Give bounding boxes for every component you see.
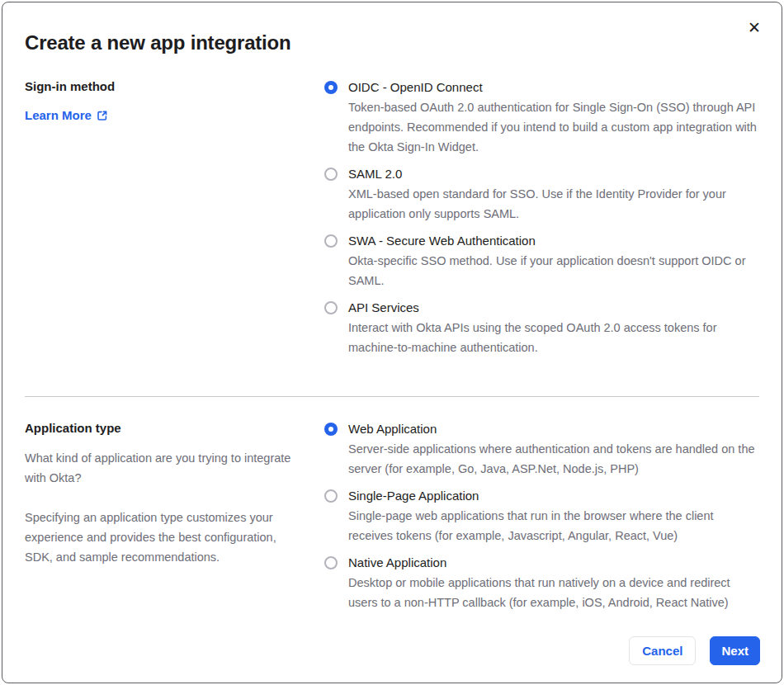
- radio-option-description: Server-side applications where authentic…: [348, 439, 759, 479]
- radio-option-description: Desktop or mobile applications that run …: [348, 573, 759, 612]
- application-type-hint: Specifying an application type customize…: [25, 508, 302, 567]
- radio-button-icon[interactable]: [324, 489, 338, 503]
- external-link-icon: [97, 110, 108, 121]
- radio-button-icon[interactable]: [324, 423, 338, 436]
- application-type-radio-group: Web Application Server-side applications…: [324, 420, 759, 621]
- radio-option-label: SWA - Secure Web Authentication: [348, 232, 759, 250]
- application-type-question: What kind of application are you trying …: [25, 448, 302, 488]
- close-icon[interactable]: ✕: [744, 17, 765, 39]
- next-button[interactable]: Next: [710, 636, 760, 665]
- radio-option-single-page-application[interactable]: Single-Page Application Single-page web …: [324, 487, 759, 546]
- radio-option-saml-2-0[interactable]: SAML 2.0 XML-based open standard for SSO…: [324, 165, 759, 224]
- radio-button-icon[interactable]: [324, 168, 338, 181]
- cancel-button[interactable]: Cancel: [629, 636, 696, 665]
- radio-option-label: Single-Page Application: [348, 487, 759, 505]
- create-app-integration-dialog: ✕ Create a new app integration Sign-in m…: [2, 2, 782, 683]
- radio-option-label: Native Application: [348, 554, 759, 572]
- dialog-footer: Cancel Next: [629, 636, 760, 665]
- radio-option-description: Token-based OAuth 2.0 authentication for…: [348, 97, 759, 157]
- radio-option-description: Single-page web applications that run in…: [348, 506, 759, 546]
- signin-method-section: Sign-in method Learn More OIDC - OpenID …: [25, 78, 759, 366]
- signin-method-label: Sign-in method: [25, 78, 302, 95]
- signin-method-radio-group: OIDC - OpenID Connect Token-based OAuth …: [324, 78, 759, 366]
- learn-more-link[interactable]: Learn More: [25, 108, 108, 122]
- radio-option-label: OIDC - OpenID Connect: [348, 78, 759, 97]
- radio-button-icon[interactable]: [324, 234, 338, 248]
- radio-option-description: Interact with Okta APIs using the scoped…: [348, 318, 759, 357]
- radio-button-icon[interactable]: [324, 301, 338, 314]
- radio-button-icon[interactable]: [324, 556, 338, 569]
- radio-option-label: API Services: [348, 299, 759, 317]
- application-type-label: Application type: [25, 420, 302, 437]
- radio-option-label: Web Application: [348, 420, 759, 438]
- radio-option-label: SAML 2.0: [348, 165, 759, 183]
- radio-option-description: Okta-specific SSO method. Use if your ap…: [348, 251, 759, 291]
- radio-button-icon[interactable]: [324, 81, 338, 94]
- learn-more-label: Learn More: [25, 108, 92, 122]
- radio-option-native-application[interactable]: Native Application Desktop or mobile app…: [324, 554, 759, 612]
- radio-option-swa-secure-web-authentication[interactable]: SWA - Secure Web Authentication Okta-spe…: [324, 232, 759, 291]
- radio-option-description: XML-based open standard for SSO. Use if …: [348, 184, 759, 224]
- radio-option-web-application[interactable]: Web Application Server-side applications…: [324, 420, 759, 479]
- radio-option-oidc-openid-connect[interactable]: OIDC - OpenID Connect Token-based OAuth …: [324, 78, 759, 157]
- radio-option-api-services[interactable]: API Services Interact with Okta APIs usi…: [324, 299, 759, 357]
- application-type-section: Application type What kind of applicatio…: [25, 420, 759, 621]
- section-divider: [25, 396, 759, 397]
- dialog-title: Create a new app integration: [25, 31, 759, 55]
